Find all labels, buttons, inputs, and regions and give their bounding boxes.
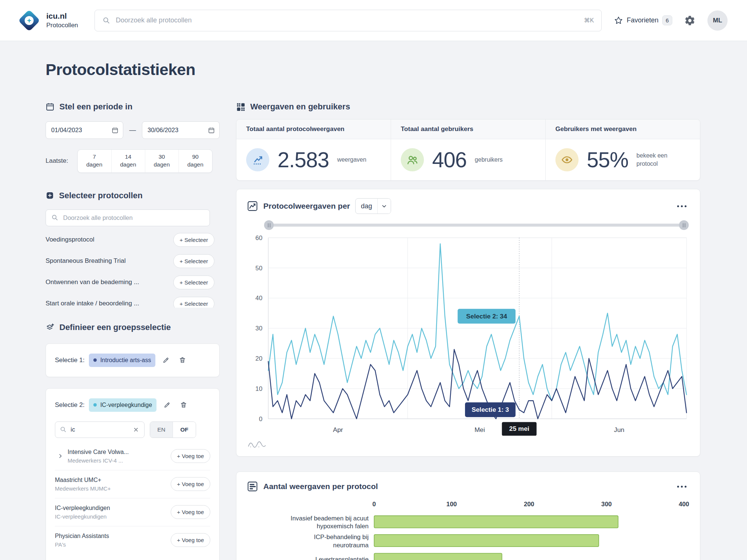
stat-label: gebruikers [475,156,503,164]
delete-selection-1-button[interactable] [176,354,188,366]
protocol-name: Ontwennen van de beademing ... [46,279,139,286]
protocol-name: Voedingsprotocol [46,236,94,243]
bar-chart-title: Aantal weergaven per protocol [263,482,378,491]
selection-2-chip: IC-verpleegkundige [89,398,156,412]
add-group-button[interactable]: + Voeg toe [171,533,210,547]
svg-text:hypoxemisch falen: hypoxemisch falen [317,523,369,530]
selection-2-label: Selectie 2: [55,401,84,409]
date-to-field[interactable] [142,121,220,139]
group-search-input[interactable] [71,426,128,433]
calendar-picker-icon[interactable] [208,127,215,134]
favorites-button[interactable]: Favorieten 6 [614,15,672,25]
bar-chart-icon [247,481,258,492]
trash-icon [179,357,186,364]
org-subtitle: PA's [55,541,168,548]
close-icon [133,427,139,433]
search-icon [60,426,67,433]
interval-value[interactable]: dag [356,199,377,214]
chip-dot [93,358,97,362]
svg-text:Selectie 2: 34: Selectie 2: 34 [466,312,507,320]
org-title: Intensive Care Volwa... [68,449,168,455]
avatar[interactable]: ML [707,10,728,31]
clear-search-button[interactable] [131,425,140,434]
brand[interactable]: + icu.nl Protocollen [18,9,78,32]
protocol-search[interactable] [46,209,210,226]
settings-button[interactable] [684,15,695,26]
svg-text:0: 0 [372,501,376,508]
sparkline-icon [248,440,266,448]
slider-handle-right[interactable] [679,220,689,230]
org-title: Physician Assistants [55,533,168,539]
calendar-picker-icon[interactable] [112,127,118,134]
org-title: Maastricht UMC+ [55,477,168,483]
brand-name: icu.nl [46,12,78,21]
delete-selection-2-button[interactable] [177,399,189,411]
stat-label: weergaven [337,156,366,164]
date-from-input[interactable] [51,127,109,134]
date-to-input[interactable] [148,127,205,134]
select-protocol-button[interactable]: + Selecteer [173,297,214,308]
edit-selection-1-button[interactable] [160,354,172,366]
toggle-of-option[interactable]: OF [173,422,196,438]
expand-row-button[interactable] [55,451,65,461]
slider-handle-left[interactable] [264,220,274,230]
svg-text:10: 10 [255,385,263,392]
chip-dot [93,403,97,407]
quick-range-7-dagen[interactable]: 7dagen [78,150,111,172]
stats-heading-label: Weergaven en gebruikers [250,102,350,112]
views-chart-card: Protocolweergaven per dag 0102030405060A… [236,189,700,457]
svg-text:Mei: Mei [474,426,485,433]
quick-range-90-dagen[interactable]: 90dagen [179,150,212,172]
svg-text:20: 20 [255,355,263,362]
stat-value: 55% [587,147,628,172]
org-row: Intensive Care Volwa... Medewerkers ICV-… [55,442,210,470]
logo-plus-icon: + [25,16,34,25]
layers-plus-icon [46,323,55,332]
trash-icon [180,401,187,408]
select-protocol-button[interactable]: + Selecteer [173,233,214,247]
groups-section-heading: Definieer een groepsselectie [46,323,220,332]
toggle-en-option[interactable]: EN [150,422,173,438]
date-from-field[interactable] [46,121,123,139]
group-search[interactable] [55,421,145,438]
quick-range-30-dagen[interactable]: 30dagen [145,150,179,172]
add-group-button[interactable]: + Voeg toe [171,505,210,519]
favorites-count-badge: 6 [662,15,672,25]
selection-1-card: Selectie 1: Introductie arts-ass [46,343,220,377]
app-logo-icon: + [18,9,40,32]
select-protocol-button[interactable]: + Selecteer [173,254,214,268]
svg-text:200: 200 [524,501,534,508]
svg-text:30: 30 [255,325,263,332]
svg-text:60: 60 [255,234,263,242]
chart-range-slider[interactable] [264,220,689,230]
stat-title: Gebruikers met weergaven [546,119,700,139]
svg-text:300: 300 [601,501,612,508]
chart-more-menu-button[interactable] [674,202,689,210]
stat-label: bekeek een protocol [636,152,678,168]
period-section-heading: Stel een periode in [46,102,220,112]
global-search-input[interactable] [116,16,579,24]
add-group-button[interactable]: + Voeg toe [171,449,210,463]
add-group-button[interactable]: + Voeg toe [171,477,210,491]
protocol-row: Spontaneous Breathing Trial + Selecteer [46,251,214,272]
favorites-label: Favorieten [627,16,658,24]
svg-text:50: 50 [255,265,263,272]
interval-dropdown[interactable]: dag [355,198,391,214]
gear-icon [684,15,695,26]
svg-text:neurotrauma: neurotrauma [333,542,369,549]
bar-chart-more-menu-button[interactable] [674,483,689,491]
protocol-row: Start orale intake / beoordeling ... + S… [46,293,214,308]
select-protocol-button[interactable]: + Selecteer [173,276,214,289]
edit-selection-2-button[interactable] [161,399,173,411]
protocols-section-heading: Selecteer protocollen [46,191,220,200]
slider-track[interactable] [268,224,685,227]
last-period-label: Laatste: [46,157,68,165]
chevron-down-icon[interactable] [377,199,391,214]
svg-text:Invasief beademen bij acuut: Invasief beademen bij acuut [291,515,369,522]
protocol-row: Ontwennen van de beademing ... + Selecte… [46,272,214,293]
add-protocol-icon [46,191,54,200]
protocol-search-input[interactable] [63,214,204,221]
quick-range-14-dagen[interactable]: 14dagen [111,150,145,172]
views-per-protocol-card: Aantal weergaven per protocol 0100200300… [236,472,700,560]
global-search[interactable]: ⌘K [94,10,602,31]
